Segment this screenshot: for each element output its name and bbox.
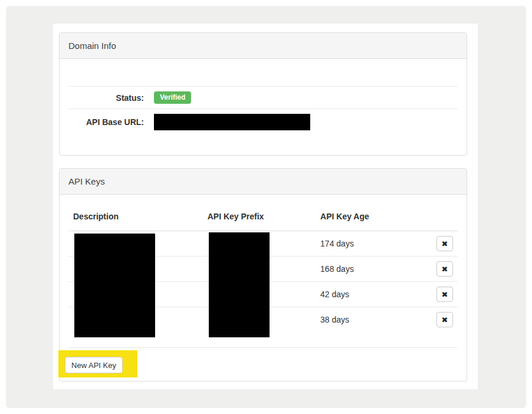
table-header-row: Description API Key Prefix API Key Age (68, 203, 458, 231)
actions-cell: ✖ (419, 231, 458, 257)
actions-cell: ✖ (419, 282, 458, 307)
api-key-age-cell: 168 days (316, 257, 419, 282)
redacted-api-base-url (154, 114, 310, 130)
status-row: Status: Verified (68, 87, 458, 109)
empty-field-row (68, 59, 458, 87)
column-header-api-key-prefix: API Key Prefix (203, 203, 316, 231)
api-key-age-cell: 38 days (316, 307, 419, 333)
table-footer-divider (69, 347, 457, 348)
x-icon: ✖ (442, 239, 448, 248)
x-icon: ✖ (442, 290, 448, 299)
api-key-age-cell: 174 days (316, 231, 419, 257)
actions-cell: ✖ (419, 307, 458, 333)
delete-api-key-button[interactable]: ✖ (436, 312, 453, 327)
status-label: Status: (68, 93, 144, 103)
new-api-key-button[interactable]: New API Key (65, 357, 123, 373)
api-keys-panel: API Keys Description API Key Prefix API … (59, 168, 467, 382)
delete-api-key-button[interactable]: ✖ (436, 236, 453, 251)
redacted-api-key-prefix-column (209, 232, 270, 337)
content-card: Domain Info Status: Verified API Base UR… (53, 24, 478, 389)
api-base-url-label: API Base URL: (68, 117, 144, 127)
x-icon: ✖ (442, 265, 448, 274)
delete-api-key-button[interactable]: ✖ (436, 287, 453, 302)
domain-info-panel-body: Status: Verified API Base URL: (60, 59, 467, 135)
column-header-description: Description (68, 203, 203, 231)
column-header-actions (419, 203, 458, 231)
delete-api-key-button[interactable]: ✖ (436, 261, 453, 277)
actions-cell: ✖ (419, 257, 458, 282)
api-keys-title: API Keys (68, 176, 105, 186)
api-keys-panel-heading: API Keys (60, 169, 467, 195)
api-base-url-row: API Base URL: (68, 109, 458, 135)
verified-status-badge: Verified (154, 91, 191, 104)
status-value: Verified (154, 91, 191, 104)
x-icon: ✖ (442, 316, 448, 324)
domain-info-title: Domain Info (68, 41, 116, 51)
domain-info-panel-heading: Domain Info (60, 33, 467, 59)
redacted-description-column (74, 234, 155, 337)
column-header-api-key-age: API Key Age (316, 203, 419, 231)
api-key-age-cell: 42 days (316, 282, 419, 307)
api-base-url-value (154, 114, 310, 130)
domain-info-panel: Domain Info Status: Verified API Base UR… (59, 32, 467, 156)
